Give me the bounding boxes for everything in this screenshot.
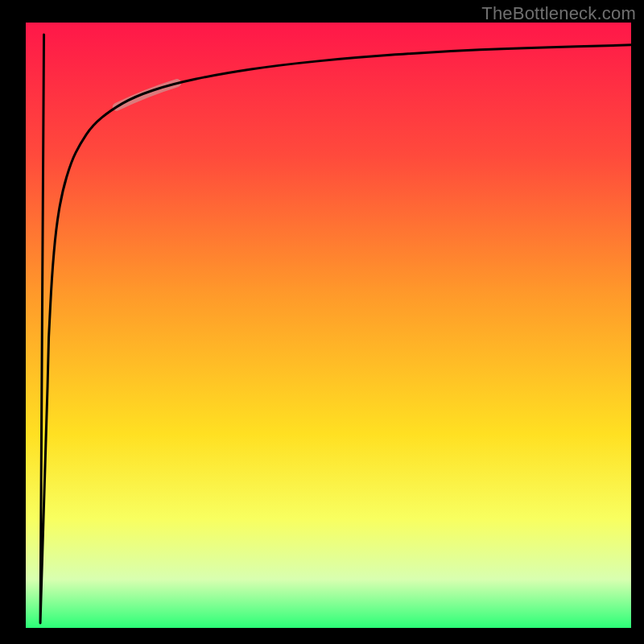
chart-background	[26, 23, 631, 628]
watermark-text: TheBottleneck.com	[481, 3, 636, 24]
plot-area	[26, 23, 631, 628]
chart-frame: TheBottleneck.com	[0, 0, 644, 644]
chart-svg	[26, 23, 631, 628]
